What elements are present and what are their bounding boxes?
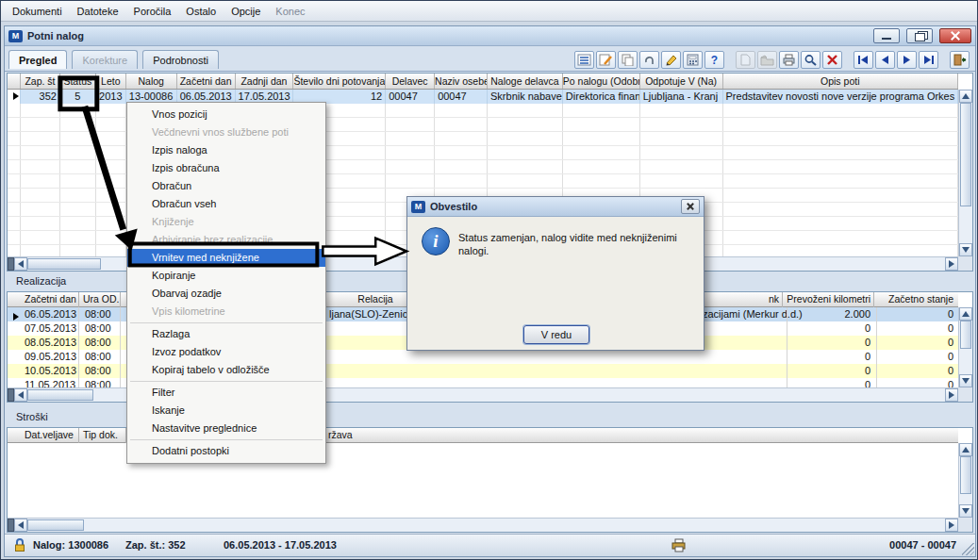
menu-item-kopiranje[interactable]: Kopiranje (127, 267, 325, 285)
scroll-right-icon[interactable] (945, 257, 958, 271)
prev-record-icon[interactable] (875, 51, 895, 69)
header-cell[interactable]: Status (60, 74, 96, 89)
header-cell[interactable]: Dat.veljave (21, 428, 79, 443)
header-cell[interactable]: Nalog (126, 74, 177, 89)
scroll-down-icon[interactable] (959, 374, 972, 387)
attach-icon[interactable] (639, 51, 659, 69)
exit-icon[interactable] (950, 51, 970, 69)
splitter-handle[interactable] (8, 519, 14, 532)
header-cell[interactable]: Začetni dan (21, 292, 79, 307)
scroll-left-icon[interactable] (14, 519, 27, 532)
cell-delavec: 00047 (386, 90, 435, 104)
menu-konec[interactable]: Konec (268, 3, 312, 20)
scroll-down-icon[interactable] (959, 504, 972, 518)
last-record-icon[interactable] (919, 51, 938, 69)
scrollbar-thumb[interactable] (960, 456, 971, 494)
status-nalog: Nalog: 1300086 (33, 539, 108, 551)
header-cell[interactable]: Naloge delavca (488, 74, 563, 89)
header-cell[interactable]: Prevoženi kilometri (787, 292, 874, 307)
vertical-scrollbar[interactable] (958, 307, 972, 387)
vertical-scrollbar[interactable] (958, 90, 972, 256)
minimize-button[interactable] (873, 28, 900, 43)
menu-item-filter[interactable]: Filter (127, 384, 325, 402)
menu-item-dodatni-postopki[interactable]: Dodatni postopki (127, 442, 325, 460)
menu-item-obarvaj-ozadje[interactable]: Obarvaj ozadje (127, 285, 325, 303)
tab-pregled[interactable]: Pregled (8, 50, 67, 69)
header-cell[interactable]: Zap. št (21, 74, 60, 89)
scrollbar-thumb[interactable] (27, 258, 101, 270)
header-cell[interactable]: Naziv osebe (435, 74, 488, 89)
realizacija-label: Realizacija (16, 275, 66, 287)
scroll-up-icon[interactable] (959, 443, 972, 456)
menu-opcije[interactable]: Opcije (224, 3, 268, 20)
scrollbar-thumb[interactable] (27, 389, 93, 401)
menu-item-iskanje[interactable]: Iskanje (127, 402, 325, 420)
edit-icon[interactable] (596, 51, 616, 69)
copy-icon[interactable] (618, 51, 638, 69)
cell-km: 0 (787, 321, 874, 336)
header-cell[interactable]: Zadnji dan (236, 74, 294, 89)
scrollbar-thumb[interactable] (960, 103, 971, 206)
menubar: Dokumenti Datoteke Poročila Ostalo Opcij… (1, 1, 977, 22)
scroll-right-icon[interactable] (945, 519, 958, 532)
next-record-icon[interactable] (897, 51, 917, 69)
cell-date: 08.05.2013 (21, 336, 79, 350)
menu-item-izpis-naloga[interactable]: Izpis naloga (127, 141, 325, 159)
menu-item-obracun-vseh[interactable]: Obračun vseh (127, 195, 325, 213)
menu-ostalo[interactable]: Ostalo (178, 3, 224, 20)
header-cell[interactable]: Tip dok. (79, 428, 126, 443)
splitter-handle[interactable] (8, 388, 14, 402)
menu-item-kopiraj-tabelo[interactable]: Kopiraj tabelo v odložišče (127, 361, 325, 379)
scroll-right-icon[interactable] (945, 388, 958, 402)
scrollbar-thumb[interactable] (27, 519, 84, 531)
pencil-icon[interactable] (661, 51, 681, 69)
delete-icon[interactable] (822, 51, 842, 69)
menu-dokumenti[interactable]: Dokumenti (5, 3, 70, 20)
header-cell[interactable]: Odpotuje V (Na) (640, 74, 723, 89)
printer-icon[interactable] (671, 538, 687, 554)
scrollbar-thumb[interactable] (960, 321, 971, 349)
first-record-icon[interactable] (854, 51, 873, 69)
splitter-handle[interactable] (8, 257, 14, 271)
header-cell[interactable]: Ura OD. (79, 292, 121, 307)
menu-item-vnos-pozicij[interactable]: Vnos pozicij (127, 106, 325, 124)
cell-time: 08:00 (79, 321, 121, 336)
restore-button[interactable] (906, 28, 933, 43)
header-cell[interactable]: Delavec (386, 74, 435, 89)
menu-item-vrnitev-med-neknjizene[interactable]: Vrnitev med neknjižene (127, 249, 325, 267)
preview-icon[interactable] (801, 51, 821, 69)
close-button[interactable] (939, 28, 971, 43)
header-cell[interactable]: Po nalogu (Odobril) (563, 74, 640, 89)
scroll-up-icon[interactable] (959, 90, 972, 103)
menu-item-nastavitve-preglednice[interactable]: Nastavitve preglednice (127, 420, 325, 437)
header-cell[interactable]: Začetno stanje (876, 292, 956, 307)
cell-time: 08:00 (79, 336, 121, 350)
vertical-scrollbar[interactable] (958, 443, 972, 518)
ok-button[interactable]: V redu (523, 325, 589, 344)
menu-item-razlaga[interactable]: Razlaga (127, 325, 325, 343)
scroll-up-icon[interactable] (959, 307, 972, 321)
menu-datoteke[interactable]: Datoteke (70, 3, 126, 20)
tab-podrobnosti[interactable]: Podrobnosti (142, 50, 219, 69)
header-cell[interactable]: Število dni potovanja (293, 74, 386, 89)
menu-porocila[interactable]: Poročila (126, 3, 179, 20)
calculator-icon[interactable] (683, 51, 703, 69)
scroll-left-icon[interactable] (14, 257, 27, 271)
resize-grip[interactable] (962, 543, 974, 555)
help-icon[interactable]: ? (704, 51, 724, 69)
scroll-left-icon[interactable] (14, 388, 27, 402)
menu-item-arhiviranje: Arhiviranje brez realizacije (127, 231, 325, 249)
menu-item-izpis-obracuna[interactable]: Izpis obračuna (127, 159, 325, 177)
horizontal-scrollbar[interactable] (8, 518, 958, 532)
print-icon[interactable] (779, 51, 799, 69)
header-cell[interactable]: Leto (96, 74, 126, 89)
statusbar: Nalog: 1300086 Zap. št.: 352 06.05.2013 … (5, 534, 975, 556)
close-icon[interactable] (681, 199, 700, 214)
header-cell[interactable]: ržava (328, 428, 385, 443)
scroll-down-icon[interactable] (959, 243, 972, 256)
list-icon[interactable] (574, 51, 594, 69)
header-cell[interactable]: Opis poti (723, 74, 959, 89)
menu-item-izvoz-podatkov[interactable]: Izvoz podatkov (127, 343, 325, 361)
header-cell[interactable]: Začetni dan (177, 74, 236, 89)
menu-item-obracun[interactable]: Obračun (127, 177, 325, 195)
